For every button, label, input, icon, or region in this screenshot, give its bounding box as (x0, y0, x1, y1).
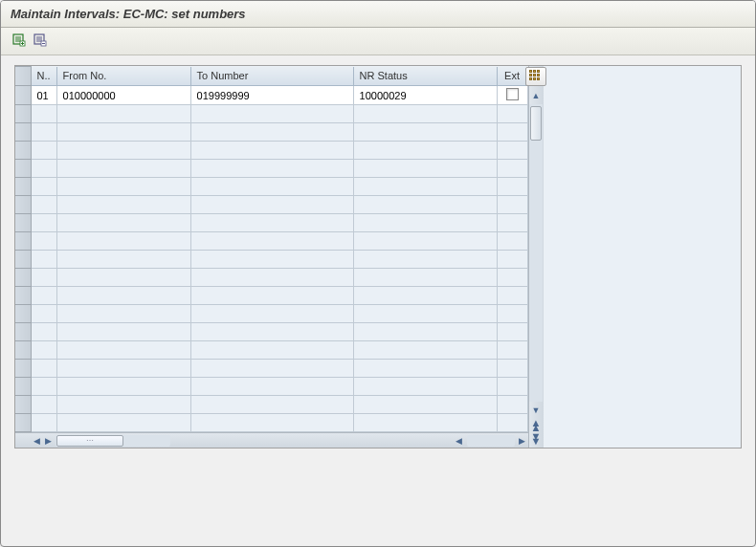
row-selector[interactable] (15, 86, 31, 105)
cell-empty[interactable] (190, 196, 353, 214)
table-row-empty[interactable] (15, 160, 527, 178)
cell-empty[interactable] (56, 323, 190, 341)
cell-empty[interactable] (497, 196, 527, 214)
cell-empty[interactable] (31, 214, 56, 232)
table-row-empty[interactable] (15, 142, 527, 160)
cell-empty[interactable] (497, 323, 527, 341)
column-header-nrstatus[interactable]: NR Status (353, 67, 497, 86)
table-row-empty[interactable] (15, 323, 527, 341)
cell-empty[interactable] (497, 378, 527, 396)
cell-empty[interactable] (31, 305, 56, 323)
cell-empty[interactable] (31, 123, 56, 142)
cell-empty[interactable] (497, 360, 527, 378)
cell-empty[interactable] (353, 287, 497, 305)
row-selector[interactable] (15, 123, 31, 142)
cell-empty[interactable] (190, 269, 353, 287)
cell-empty[interactable] (497, 396, 527, 414)
cell-empty[interactable] (31, 396, 56, 414)
table-row-empty[interactable] (15, 396, 527, 414)
cell-empty[interactable] (56, 105, 190, 123)
cell-empty[interactable] (56, 142, 190, 160)
row-selector[interactable] (15, 160, 31, 178)
table-row-empty[interactable] (15, 105, 527, 123)
cell-empty[interactable] (497, 214, 527, 232)
cell-empty[interactable] (56, 214, 190, 232)
insert-interval-button[interactable] (11, 32, 28, 49)
cell-empty[interactable] (190, 360, 353, 378)
row-selector[interactable] (15, 414, 31, 432)
cell-from-number[interactable]: 010000000 (56, 86, 190, 105)
cell-empty[interactable] (190, 251, 353, 269)
cell-empty[interactable] (353, 414, 497, 432)
cell-empty[interactable] (353, 396, 497, 414)
cell-empty[interactable] (497, 269, 527, 287)
cell-empty[interactable] (31, 378, 56, 396)
cell-empty[interactable] (353, 232, 497, 251)
cell-empty[interactable] (353, 360, 497, 378)
scroll-right-2-icon[interactable]: ▶ (517, 436, 528, 446)
cell-empty[interactable] (56, 378, 190, 396)
cell-nr-status[interactable]: 10000029 (353, 86, 497, 105)
cell-empty[interactable] (56, 396, 190, 414)
row-selector[interactable] (15, 269, 31, 287)
row-selector[interactable] (15, 196, 31, 214)
cell-empty[interactable] (353, 142, 497, 160)
scroll-right-icon[interactable]: ▶ (42, 436, 54, 446)
cell-empty[interactable] (190, 414, 353, 432)
scroll-down-icon[interactable]: ▼ (529, 404, 543, 417)
cell-empty[interactable] (190, 178, 353, 196)
cell-empty[interactable] (353, 378, 497, 396)
cell-empty[interactable] (31, 160, 56, 178)
table-row-empty[interactable] (15, 360, 527, 378)
cell-empty[interactable] (31, 178, 56, 196)
row-selector[interactable] (15, 214, 31, 232)
scroll-page-down-icon[interactable]: ▼▼ (529, 432, 543, 446)
cell-empty[interactable] (31, 196, 56, 214)
cell-number[interactable]: 01 (31, 86, 56, 105)
cell-empty[interactable] (190, 160, 353, 178)
cell-empty[interactable] (497, 123, 527, 142)
table-row-empty[interactable] (15, 305, 527, 323)
column-header-from[interactable]: From No. (56, 67, 190, 86)
row-selector[interactable] (15, 396, 31, 414)
cell-empty[interactable] (497, 178, 527, 196)
cell-empty[interactable] (31, 287, 56, 305)
cell-empty[interactable] (190, 105, 353, 123)
hscroll-thumb[interactable]: ⋯ (56, 435, 123, 447)
cell-empty[interactable] (190, 232, 353, 251)
cell-empty[interactable] (31, 341, 56, 360)
cell-empty[interactable] (31, 360, 56, 378)
cell-empty[interactable] (190, 214, 353, 232)
cell-empty[interactable] (31, 251, 56, 269)
table-row-empty[interactable] (15, 251, 527, 269)
scroll-left-icon[interactable]: ◀ (31, 436, 42, 446)
vscroll-track[interactable] (529, 104, 543, 402)
cell-empty[interactable] (497, 287, 527, 305)
row-selector[interactable] (15, 105, 31, 123)
row-selector[interactable] (15, 305, 31, 323)
vscroll-thumb[interactable] (530, 106, 542, 141)
cell-empty[interactable] (497, 305, 527, 323)
cell-to-number[interactable]: 019999999 (190, 86, 353, 105)
cell-empty[interactable] (353, 323, 497, 341)
cell-empty[interactable] (353, 269, 497, 287)
cell-empty[interactable] (497, 251, 527, 269)
row-selector[interactable] (15, 251, 31, 269)
cell-empty[interactable] (56, 196, 190, 214)
table-row-empty[interactable] (15, 232, 527, 251)
cell-empty[interactable] (353, 341, 497, 360)
cell-empty[interactable] (190, 305, 353, 323)
cell-empty[interactable] (56, 160, 190, 178)
cell-empty[interactable] (56, 287, 190, 305)
cell-empty[interactable] (190, 323, 353, 341)
column-header-to[interactable]: To Number (190, 67, 353, 86)
cell-empty[interactable] (353, 214, 497, 232)
cell-empty[interactable] (497, 142, 527, 160)
cell-empty[interactable] (353, 123, 497, 142)
table-settings-button[interactable] (525, 67, 546, 86)
cell-empty[interactable] (56, 269, 190, 287)
cell-empty[interactable] (353, 196, 497, 214)
cell-empty[interactable] (31, 232, 56, 251)
row-selector[interactable] (15, 232, 31, 251)
cell-empty[interactable] (353, 251, 497, 269)
